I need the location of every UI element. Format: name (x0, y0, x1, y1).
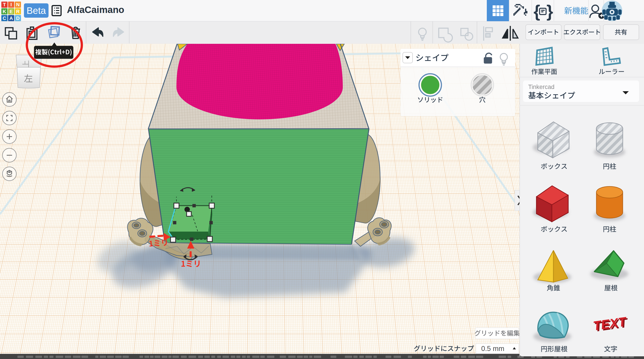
svg-text:AlfaCaimano: AlfaCaimano (67, 4, 124, 15)
svg-text:K: K (3, 9, 6, 14)
svg-text:E: E (10, 9, 13, 14)
svg-text:}: } (546, 2, 553, 20)
svg-text:C: C (3, 16, 6, 21)
svg-text:R: R (16, 9, 20, 14)
svg-text:0.5 mm: 0.5 mm (481, 345, 504, 352)
svg-text:T: T (3, 2, 6, 8)
svg-text:N: N (16, 2, 20, 8)
svg-text:A: A (10, 16, 13, 21)
svg-text:D: D (16, 16, 20, 21)
svg-text:I: I (10, 2, 12, 8)
svg-text:Beta: Beta (26, 5, 46, 16)
svg-text:Tinkercad: Tinkercad (528, 84, 554, 90)
